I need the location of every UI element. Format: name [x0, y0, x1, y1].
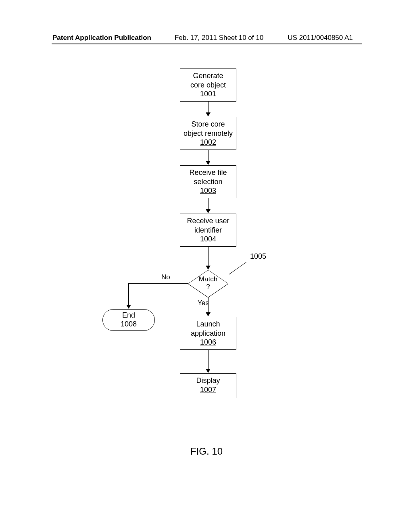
node-1004-num: 1004: [200, 235, 216, 243]
arrow-no-vertical: [128, 283, 129, 308]
node-1006-num: 1006: [200, 338, 216, 346]
page-header: Patent Application Publication Feb. 17, …: [0, 34, 413, 42]
node-1001-line2: core object: [190, 81, 226, 89]
node-receive-user-identifier: Receive user identifier 1004: [180, 214, 236, 247]
callout-line-1005: [229, 262, 246, 274]
terminator-num: 1008: [121, 320, 137, 328]
arrow-no-horizontal: [128, 283, 188, 284]
node-1003-num: 1003: [200, 187, 216, 195]
figure-caption: FIG. 10: [0, 446, 413, 457]
arrow-1004-1005: [208, 247, 209, 269]
header-left: Patent Application Publication: [0, 34, 151, 42]
node-1002-line2: object remotely: [184, 129, 233, 137]
header-rule: [52, 44, 362, 44]
label-yes: Yes: [198, 299, 209, 307]
node-1007-line1: Display: [196, 376, 220, 384]
node-generate-core-object: Generate core object 1001: [180, 69, 236, 102]
decision-line1: Match: [199, 275, 217, 283]
node-1004-line1: Receive user: [187, 217, 229, 225]
node-1004-line2: identifier: [194, 226, 222, 234]
node-receive-file-selection: Receive file selection 1003: [180, 165, 236, 198]
node-display: Display 1007: [180, 373, 236, 398]
arrow-1006-1007: [208, 350, 209, 372]
node-launch-application: Launch application 1006: [180, 317, 236, 350]
node-1007-num: 1007: [200, 386, 216, 394]
node-1002-line1: Store core: [191, 120, 225, 128]
node-store-core-object: Store core object remotely 1002: [180, 117, 236, 150]
node-1003-line1: Receive file: [189, 168, 227, 177]
node-1002-num: 1002: [200, 138, 216, 146]
terminator-line1: End: [122, 311, 135, 319]
header-right: US 2011/0040850 A1: [263, 34, 353, 42]
header-mid: Feb. 17, 2011 Sheet 10 of 10: [151, 34, 263, 42]
node-1001-num: 1001: [200, 90, 216, 98]
node-1006-line1: Launch: [196, 320, 220, 328]
arrow-1001-1002: [208, 102, 209, 116]
arrow-1005-1006: [208, 297, 209, 316]
arrow-1003-1004: [208, 198, 209, 213]
node-1001-line1: Generate: [193, 72, 223, 80]
arrow-1002-1003: [208, 150, 209, 164]
node-1006-line2: application: [191, 329, 225, 337]
decision-line2: ?: [206, 283, 210, 291]
label-no: No: [161, 273, 170, 281]
decision-match: Match ?: [188, 270, 228, 297]
ref-1005: 1005: [250, 252, 266, 261]
node-1003-line2: selection: [194, 178, 222, 186]
terminator-end: End 1008: [102, 309, 155, 331]
